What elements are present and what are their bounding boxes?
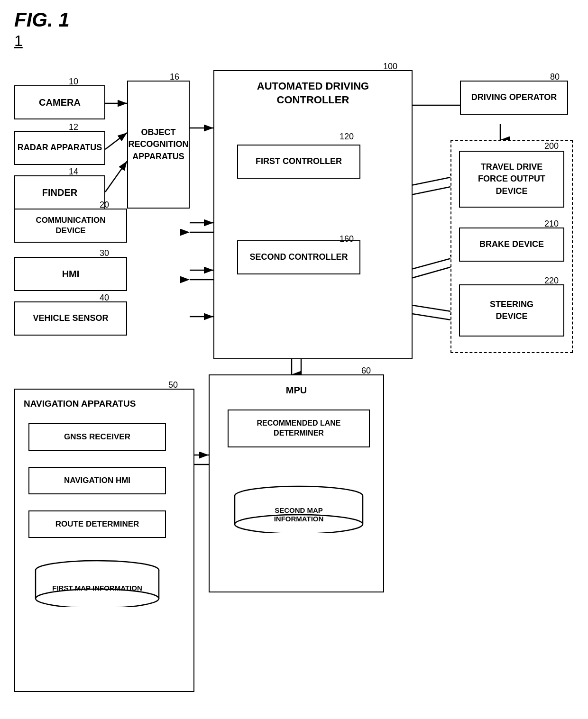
first-controller-ref: 120: [340, 132, 354, 142]
finder-ref: 14: [69, 167, 78, 177]
svg-line-10: [105, 161, 127, 192]
rec-lane-box: RECOMMENDED LANE DETERMINER: [228, 410, 370, 447]
first-map-cylinder: FIRST MAP INFORMATION: [28, 560, 166, 607]
driving-operator-box: DRIVING OPERATOR: [460, 81, 568, 115]
automated-driving-ref: 100: [383, 62, 397, 72]
automated-driving-box: AUTOMATED DRIVING CONTROLLER FIRST CONTR…: [213, 70, 413, 359]
second-controller-ref: 160: [340, 234, 354, 244]
vehicle-sensor-box: VEHICLE SENSOR: [14, 301, 127, 336]
svg-text:INFORMATION: INFORMATION: [274, 515, 324, 523]
second-map-cylinder: SECOND MAP INFORMATION: [228, 485, 370, 533]
travel-drive-ref: 200: [544, 141, 559, 151]
vehicle-sensor-ref: 40: [100, 293, 109, 303]
finder-box: FINDER: [14, 175, 105, 209]
camera-box: CAMERA: [14, 85, 105, 119]
figure-title: FIG. 1: [14, 9, 70, 31]
brake-device-ref: 210: [544, 219, 559, 229]
navigation-ref: 50: [168, 380, 178, 390]
object-recognition-box: OBJECT RECOGNITION APPARATUS: [127, 81, 190, 209]
svg-text:SECOND MAP: SECOND MAP: [275, 506, 323, 514]
steering-device-box: STEERING DEVICE: [459, 284, 564, 337]
navigation-box: NAVIGATION APPARATUS GNSS RECEIVER 51 NA…: [14, 389, 194, 692]
travel-drive-box: TRAVEL DRIVE FORCE OUTPUT DEVICE: [459, 151, 564, 208]
object-recognition-ref: 16: [170, 72, 179, 82]
mpu-box: MPU RECOMMENDED LANE DETERMINER 61 SECON…: [209, 374, 384, 592]
second-controller-box: SECOND CONTROLLER: [237, 240, 360, 274]
hmi-ref: 30: [100, 248, 109, 258]
communication-ref: 20: [100, 200, 109, 210]
first-controller-box: FIRST CONTROLLER: [237, 145, 360, 179]
gnss-box: GNSS RECEIVER: [28, 423, 166, 451]
camera-ref: 10: [69, 77, 78, 87]
hmi-box: HMI: [14, 257, 127, 291]
mpu-ref: 60: [361, 366, 371, 376]
svg-text:FIRST MAP INFORMATION: FIRST MAP INFORMATION: [52, 584, 142, 592]
driving-operator-ref: 80: [550, 72, 560, 82]
brake-device-box: BRAKE DEVICE: [459, 228, 564, 262]
system-label: 1: [14, 32, 23, 50]
route-det-box: ROUTE DETERMINER: [28, 510, 166, 538]
nav-hmi-box: NAVIGATION HMI: [28, 467, 166, 494]
communication-box: COMMUNICATION DEVICE: [14, 209, 127, 243]
radar-ref: 12: [69, 122, 78, 132]
svg-line-9: [105, 133, 127, 149]
radar-box: RADAR APPARATUS: [14, 131, 105, 165]
steering-device-ref: 220: [544, 276, 559, 286]
